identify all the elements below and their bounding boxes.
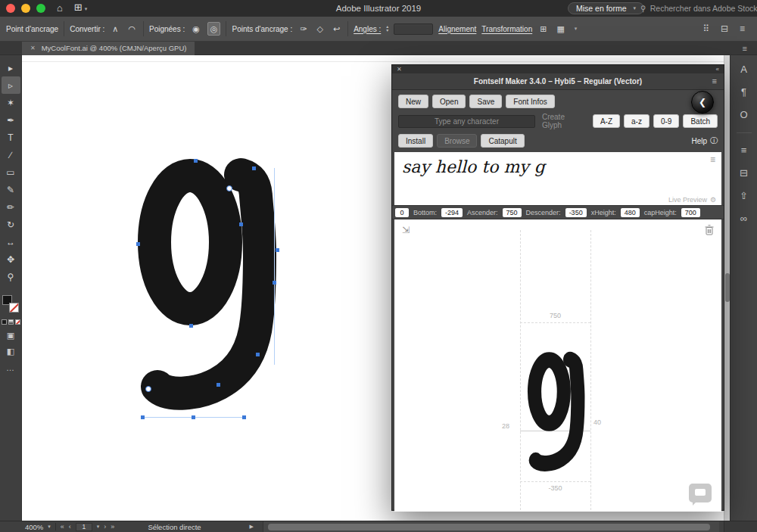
- effects-icon[interactable]: ▦: [554, 23, 566, 35]
- minimize-window-button[interactable]: [21, 4, 30, 13]
- anchor-point-hollow[interactable]: [226, 185, 232, 191]
- anchor-point[interactable]: [252, 166, 256, 170]
- anchor-point[interactable]: [256, 353, 260, 356]
- help-link[interactable]: Help ⓘ: [691, 135, 718, 146]
- angles-input[interactable]: [394, 23, 433, 35]
- width-tool[interactable]: ↔: [2, 233, 20, 250]
- left-bearing-guide[interactable]: [520, 230, 521, 510]
- pen-tool[interactable]: ✒: [2, 111, 20, 129]
- selection-tool[interactable]: ▸: [2, 59, 20, 76]
- convert-corner-icon[interactable]: ∧: [110, 23, 120, 35]
- rectangle-tool[interactable]: ▭: [2, 163, 20, 181]
- alignment-link[interactable]: Alignement: [438, 25, 476, 33]
- arrange-documents-icon[interactable]: ⊟: [721, 23, 728, 34]
- collapse-panel-icon[interactable]: «: [716, 66, 719, 73]
- capheight-value[interactable]: 700: [681, 208, 700, 217]
- gradient-chip[interactable]: [8, 319, 14, 325]
- preview-text[interactable]: say hello to my g: [402, 157, 545, 176]
- paintbrush-tool[interactable]: ✎: [2, 181, 20, 198]
- opentype-panel-icon[interactable]: O: [740, 110, 747, 120]
- left-metric-value[interactable]: 0: [395, 208, 409, 217]
- glyph-preview-g[interactable]: [524, 347, 588, 480]
- anchor-point[interactable]: [242, 415, 246, 419]
- corner-anchor-icon[interactable]: ◇: [314, 23, 325, 35]
- gear-icon[interactable]: ⚙: [710, 196, 716, 204]
- apps-grid-icon[interactable]: ⊞▾: [74, 0, 87, 17]
- touch-workspace-icon[interactable]: ⠿: [702, 23, 709, 34]
- bottom-value[interactable]: -294: [441, 208, 463, 217]
- character-panel-icon[interactable]: A: [740, 64, 747, 75]
- create-glyph-button[interactable]: Create Glyph: [542, 113, 584, 129]
- fill-stroke-swatches[interactable]: [2, 295, 19, 313]
- batch-button[interactable]: Batch: [683, 114, 718, 128]
- hide-handles-icon[interactable]: ◎: [207, 22, 221, 36]
- show-handles-icon[interactable]: ◉: [190, 23, 202, 35]
- font-infos-button[interactable]: Font Infos: [506, 95, 554, 108]
- anchor-point[interactable]: [217, 383, 220, 387]
- zoom-level[interactable]: 400%: [25, 523, 43, 531]
- catapult-button[interactable]: Catapult: [481, 134, 524, 148]
- browse-button[interactable]: Browse: [437, 134, 477, 148]
- anchor-point[interactable]: [192, 415, 195, 419]
- chevron-down-icon[interactable]: ▾: [48, 524, 51, 530]
- character-input[interactable]: [398, 115, 535, 128]
- stock-search-field[interactable]: ⚲ Rechercher dans Adobe Stock: [640, 2, 757, 14]
- open-button[interactable]: Open: [432, 95, 466, 108]
- home-icon[interactable]: ⌂: [57, 0, 63, 17]
- install-button[interactable]: Install: [398, 134, 433, 148]
- type-tool[interactable]: T: [2, 129, 20, 146]
- draw-mode-icon[interactable]: ▣: [7, 331, 14, 341]
- paragraph-panel-icon[interactable]: ¶: [741, 87, 746, 98]
- uppercase-range-button[interactable]: A-Z: [593, 114, 620, 128]
- anchor-point[interactable]: [276, 248, 279, 252]
- close-window-button[interactable]: [6, 4, 15, 13]
- reset-anchor-icon[interactable]: ↩: [331, 23, 342, 35]
- panel-menu-icon[interactable]: ≡: [743, 44, 747, 53]
- close-panel-icon[interactable]: ✕: [397, 66, 402, 73]
- rotate-tool[interactable]: ↻: [2, 216, 20, 233]
- first-artboard-icon[interactable]: «: [61, 523, 64, 530]
- anchor-point[interactable]: [141, 415, 145, 419]
- export-panel-icon[interactable]: ⇧: [740, 191, 748, 201]
- pathfinder-panel-icon[interactable]: ⊟: [740, 168, 748, 179]
- vertical-scrollbar[interactable]: [724, 55, 730, 521]
- previous-artboard-icon[interactable]: ‹: [69, 523, 71, 530]
- remove-anchor-icon[interactable]: ✑: [298, 23, 309, 35]
- none-chip[interactable]: [15, 319, 20, 325]
- preview-menu-icon[interactable]: ≡: [710, 154, 715, 165]
- status-expand-icon[interactable]: ▶: [250, 524, 254, 530]
- glyph-artwork-g[interactable]: [129, 148, 285, 428]
- convert-smooth-icon[interactable]: ◠: [126, 23, 138, 35]
- transformation-link[interactable]: Transformation: [481, 25, 532, 33]
- anchor-point[interactable]: [239, 222, 243, 226]
- direct-selection-tool[interactable]: ▹: [2, 76, 20, 94]
- workspace-dropdown[interactable]: Mise en forme ▾: [568, 2, 644, 14]
- stroke-color-chip[interactable]: [9, 303, 19, 313]
- anchor-point[interactable]: [136, 242, 140, 246]
- descender-guide[interactable]: [520, 481, 590, 482]
- xheight-value[interactable]: 480: [621, 208, 640, 217]
- anchor-point-hollow[interactable]: [145, 386, 151, 392]
- line-segment-tool[interactable]: ∕: [2, 146, 20, 163]
- screen-mode-icon[interactable]: ◧: [7, 347, 14, 356]
- save-button[interactable]: Save: [469, 95, 502, 108]
- new-button[interactable]: New: [398, 95, 428, 108]
- anchor-point[interactable]: [194, 159, 198, 163]
- next-artboard-icon[interactable]: ›: [104, 523, 106, 530]
- digits-range-button[interactable]: 0-9: [653, 114, 679, 128]
- ascender-value[interactable]: 750: [503, 208, 522, 217]
- angles-label[interactable]: Angles :: [354, 25, 381, 33]
- lowercase-range-button[interactable]: a-z: [624, 114, 650, 128]
- expand-icon[interactable]: ⇲: [402, 225, 410, 235]
- hand-tool[interactable]: ✥: [2, 250, 20, 268]
- links-panel-icon[interactable]: ∞: [740, 213, 747, 224]
- magic-wand-tool[interactable]: ✶: [2, 94, 20, 111]
- close-tab-icon[interactable]: ✕: [30, 45, 36, 51]
- transform-reference-icon[interactable]: ⊞: [537, 23, 549, 35]
- descender-value[interactable]: -350: [565, 208, 587, 217]
- fullscreen-window-button[interactable]: [36, 4, 45, 13]
- trash-icon[interactable]: [705, 225, 714, 237]
- artboard-number-input[interactable]: [76, 523, 92, 531]
- control-bar-menu-icon[interactable]: ≡: [740, 23, 745, 34]
- horizontal-scrollbar[interactable]: [263, 521, 719, 532]
